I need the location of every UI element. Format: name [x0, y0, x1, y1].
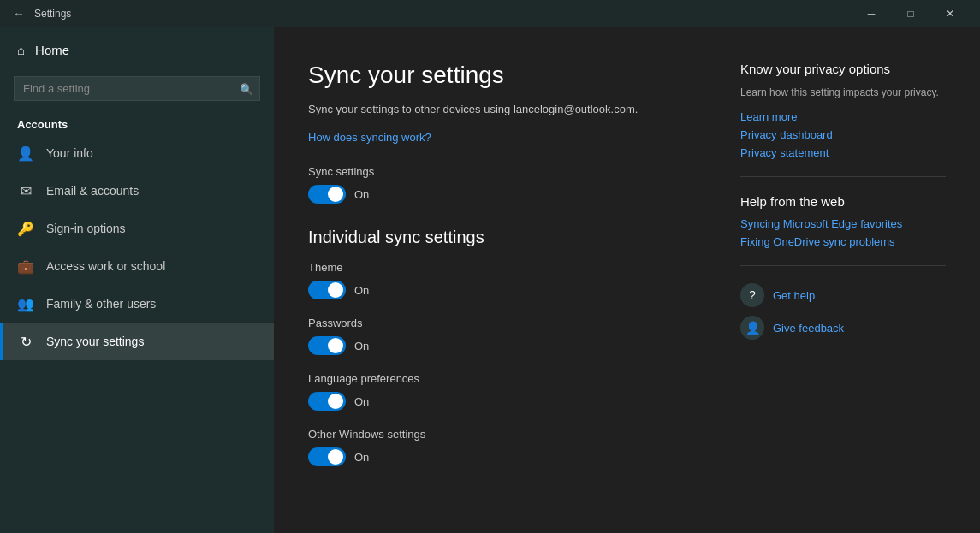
- sidebar-item-label: Your info: [46, 146, 93, 160]
- search-icon: 🔍: [240, 82, 253, 95]
- passwords-toggle-row: On: [308, 336, 689, 355]
- divider-2: [740, 265, 946, 266]
- get-help-row[interactable]: ? Get help: [740, 283, 946, 307]
- sidebar-item-label: Sync your settings: [46, 335, 144, 348]
- give-feedback-row[interactable]: 👤 Give feedback: [740, 316, 946, 340]
- sync-settings-row: Sync settings On: [308, 165, 689, 204]
- maximize-button[interactable]: □: [891, 0, 930, 27]
- home-icon: ⌂: [17, 43, 25, 57]
- side-panel: Know your privacy options Learn how this…: [740, 62, 946, 516]
- sidebar-item-label: Family & other users: [46, 297, 156, 311]
- email-icon: ✉: [17, 182, 34, 199]
- sync-settings-state: On: [354, 188, 369, 201]
- passwords-state: On: [354, 340, 369, 352]
- other-windows-toggle-row: On: [308, 447, 689, 466]
- sync-settings-label: Sync settings: [308, 165, 689, 178]
- individual-sync-heading: Individual sync settings: [308, 228, 689, 247]
- sidebar-item-sign-in[interactable]: 🔑 Sign-in options: [0, 210, 274, 247]
- theme-toggle[interactable]: [308, 281, 346, 299]
- get-help-icon: ?: [740, 283, 764, 307]
- family-icon: 👥: [17, 295, 34, 312]
- language-toggle[interactable]: [308, 392, 346, 411]
- sidebar-item-sync-settings[interactable]: ↻ Sync your settings: [0, 323, 274, 360]
- privacy-desc: Learn how this setting impacts your priv…: [740, 85, 946, 100]
- give-feedback-icon: 👤: [740, 316, 764, 340]
- toggle-knob: [328, 394, 343, 409]
- theme-setting-row: Theme On: [308, 261, 689, 299]
- sidebar-item-access-work[interactable]: 💼 Access work or school: [0, 247, 274, 285]
- sidebar-section-label: Accounts: [0, 111, 274, 134]
- give-feedback-label[interactable]: Give feedback: [773, 322, 844, 335]
- other-windows-label: Other Windows settings: [308, 428, 689, 441]
- fixing-onedrive-link[interactable]: Fixing OneDrive sync problems: [740, 235, 946, 248]
- passwords-setting-row: Passwords On: [308, 317, 689, 355]
- page-subtitle: Sync your settings to other devices usin…: [308, 103, 689, 115]
- main-content: Sync your settings Sync your settings to…: [308, 62, 689, 516]
- get-help-label[interactable]: Get help: [773, 289, 815, 302]
- theme-toggle-row: On: [308, 281, 689, 299]
- close-button[interactable]: ✕: [930, 0, 970, 27]
- sidebar: ⌂ Home 🔍 Accounts 👤 Your info ✉ Email & …: [0, 27, 274, 533]
- sidebar-item-email-accounts[interactable]: ✉ Email & accounts: [0, 172, 274, 210]
- learn-more-link[interactable]: Learn more: [740, 110, 946, 123]
- toggle-knob: [328, 187, 343, 202]
- theme-label: Theme: [308, 261, 689, 274]
- how-syncing-works-link[interactable]: How does syncing work?: [308, 131, 431, 144]
- sync-icon: ↻: [17, 333, 34, 350]
- other-windows-toggle[interactable]: [308, 447, 346, 466]
- search-input[interactable]: [14, 76, 260, 101]
- privacy-options-title: Know your privacy options: [740, 62, 946, 76]
- divider-1: [740, 176, 946, 177]
- sidebar-item-your-info[interactable]: 👤 Your info: [0, 134, 274, 172]
- toggle-knob: [328, 449, 343, 465]
- access-work-icon: 💼: [17, 258, 34, 275]
- home-label: Home: [35, 43, 69, 57]
- sync-settings-toggle[interactable]: [308, 185, 346, 204]
- language-state: On: [354, 395, 369, 408]
- your-info-icon: 👤: [17, 145, 34, 162]
- syncing-edge-link[interactable]: Syncing Microsoft Edge favorites: [740, 217, 946, 230]
- sidebar-item-label: Access work or school: [46, 259, 165, 273]
- app-container: ⌂ Home 🔍 Accounts 👤 Your info ✉ Email & …: [0, 27, 980, 533]
- theme-state: On: [354, 284, 369, 297]
- window-controls: ─ □ ✕: [852, 0, 970, 27]
- page-title: Sync your settings: [308, 62, 689, 89]
- language-label: Language preferences: [308, 372, 689, 385]
- privacy-dashboard-link[interactable]: Privacy dashboard: [740, 128, 946, 141]
- home-nav-item[interactable]: ⌂ Home: [0, 27, 274, 73]
- other-windows-setting-row: Other Windows settings On: [308, 428, 689, 466]
- back-button[interactable]: ←: [10, 5, 27, 22]
- minimize-button[interactable]: ─: [852, 0, 891, 27]
- passwords-toggle[interactable]: [308, 336, 346, 355]
- content-area: Sync your settings Sync your settings to…: [274, 27, 980, 533]
- sign-in-icon: 🔑: [17, 220, 34, 237]
- sidebar-item-label: Email & accounts: [46, 184, 139, 198]
- language-toggle-row: On: [308, 392, 689, 411]
- privacy-statement-link[interactable]: Privacy statement: [740, 146, 946, 159]
- toggle-knob: [328, 282, 343, 298]
- sync-settings-toggle-row: On: [308, 185, 689, 204]
- other-windows-state: On: [354, 451, 369, 464]
- passwords-label: Passwords: [308, 317, 689, 329]
- sidebar-item-label: Sign-in options: [46, 222, 126, 235]
- help-from-web-title: Help from the web: [740, 194, 946, 209]
- toggle-knob: [328, 338, 343, 353]
- language-setting-row: Language preferences On: [308, 372, 689, 411]
- titlebar: ← Settings ─ □ ✕: [0, 0, 980, 27]
- titlebar-title: Settings: [34, 8, 852, 20]
- sidebar-item-family-users[interactable]: 👥 Family & other users: [0, 285, 274, 323]
- search-container: 🔍: [14, 76, 260, 101]
